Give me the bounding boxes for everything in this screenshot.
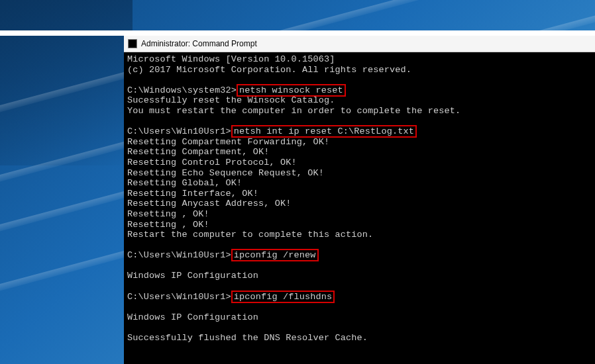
title-bar[interactable]: Administrator: Command Prompt bbox=[124, 36, 595, 52]
prompt-line: C:\Windows\system32>netsh winsock reset bbox=[127, 85, 592, 96]
bg-shadow bbox=[0, 0, 133, 165]
output-line: Resetting Global, OK! bbox=[127, 178, 592, 189]
blank-line bbox=[127, 281, 592, 292]
terminal-output[interactable]: Microsoft Windows [Version 10.0.15063](c… bbox=[124, 52, 595, 364]
output-line: Resetting , OK! bbox=[127, 209, 592, 220]
blank-line bbox=[127, 302, 592, 312]
prompt-line: C:\Users\Win10Usr1>ipconfig /flushdns bbox=[127, 292, 592, 302]
output-line: Resetting Interface, OK! bbox=[127, 189, 592, 199]
output-line: You must restart the computer in order t… bbox=[127, 106, 592, 116]
output-line: Resetting Compartment Forwarding, OK! bbox=[127, 137, 592, 148]
output-line: Windows IP Configuration bbox=[127, 271, 592, 281]
prompt-path: C:\Users\Win10Usr1> bbox=[127, 250, 231, 260]
blank-line bbox=[127, 240, 592, 251]
blank-line bbox=[127, 322, 592, 333]
output-line: Resetting Control Protocol, OK! bbox=[127, 158, 592, 168]
highlighted-command: ipconfig /renew bbox=[231, 249, 319, 261]
output-line: Resetting Anycast Address, OK! bbox=[127, 199, 592, 209]
output-line: Windows IP Configuration bbox=[127, 312, 592, 323]
highlighted-command: netsh winsock reset bbox=[237, 84, 346, 97]
prompt-path: C:\Users\Win10Usr1> bbox=[127, 126, 231, 136]
banner-line: Microsoft Windows [Version 10.0.15063] bbox=[127, 54, 592, 65]
highlighted-command: netsh int ip reset C:\RestLog.txt bbox=[231, 125, 417, 138]
output-line: Resetting , OK! bbox=[127, 220, 592, 230]
banner-line: (c) 2017 Microsoft Corporation. All righ… bbox=[127, 65, 592, 75]
prompt-line: C:\Users\Win10Usr1>netsh int ip reset C:… bbox=[127, 126, 592, 137]
output-line: Sucessfully reset the Winsock Catalog. bbox=[127, 95, 592, 106]
blank-line bbox=[127, 261, 592, 271]
output-line: Successfully flushed the DNS Resolver Ca… bbox=[127, 333, 592, 343]
command-prompt-window: Administrator: Command Prompt Microsoft … bbox=[124, 36, 595, 364]
output-line: Resetting Echo Sequence Request, OK! bbox=[127, 168, 592, 179]
window-title: Administrator: Command Prompt bbox=[141, 39, 257, 48]
output-line: Resetting Compartment, OK! bbox=[127, 147, 592, 158]
cmd-icon bbox=[128, 39, 137, 48]
prompt-path: C:\Users\Win10Usr1> bbox=[127, 292, 231, 302]
output-line: Restart the computer to complete this ac… bbox=[127, 230, 592, 240]
prompt-line: C:\Users\Win10Usr1>ipconfig /renew bbox=[127, 250, 592, 261]
blank-line bbox=[127, 75, 592, 85]
browser-chrome-strip bbox=[0, 30, 595, 36]
prompt-path: C:\Windows\system32> bbox=[127, 85, 237, 95]
highlighted-command: ipconfig /flushdns bbox=[231, 291, 335, 303]
